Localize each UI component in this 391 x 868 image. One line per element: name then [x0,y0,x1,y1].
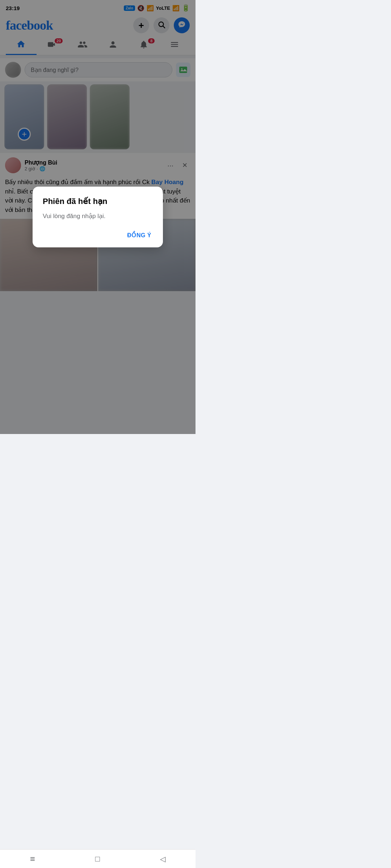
dialog-confirm-button[interactable]: ĐỒNG Ý [126,229,153,242]
session-expired-dialog: Phiên đã hết hạn Vui lòng đăng nhập lại.… [33,187,163,248]
modal-overlay: Phiên đã hết hạn Vui lòng đăng nhập lại.… [0,0,196,434]
dialog-title: Phiên đã hết hạn [43,197,153,206]
dialog-message: Vui lòng đăng nhập lại. [43,212,153,221]
dialog-actions: ĐỒNG Ý [43,229,153,242]
